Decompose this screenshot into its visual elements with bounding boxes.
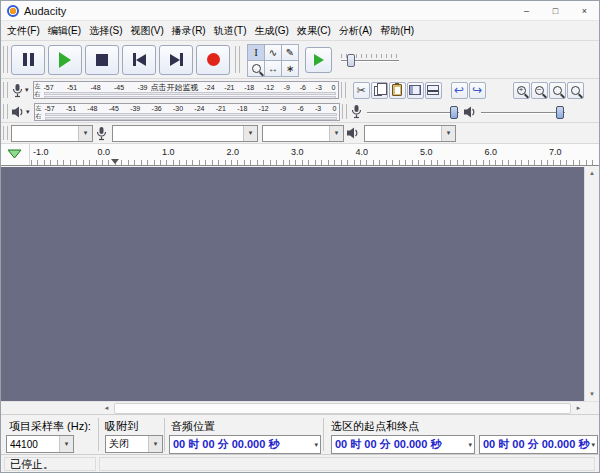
recording-channels-select[interactable]: ▾ [262,125,344,142]
zoom-fit-icon [571,86,580,95]
recording-device-select[interactable]: ▾ [112,125,258,142]
timeline-play-triangle-icon[interactable] [7,149,22,159]
menu-item[interactable]: 帮助(H) [376,21,418,41]
recording-volume-slider[interactable] [367,104,459,120]
toolbar-grip[interactable] [341,82,346,98]
chevron-down-icon[interactable]: ▾ [243,126,257,141]
selection-end-field[interactable]: 00 时 00 分 00.000 秒 ▾ [479,435,598,454]
pause-button[interactable] [11,45,45,75]
recording-volume-thumb[interactable] [450,106,458,119]
playback-meter[interactable]: 左右 -57-51-48-45-39-36-30-24-21-18-12-9-6… [34,103,340,121]
redo-button[interactable]: ↪ [469,82,486,99]
play-meter-dropdown-arrow[interactable]: ▾ [26,108,30,116]
menu-item[interactable]: 编辑(E) [44,21,85,41]
minimize-button[interactable]: – [512,1,541,20]
meter-scale-tick: -39 [130,105,140,112]
vertical-scrollbar[interactable]: ▲ ▼ [584,167,599,401]
audio-host-select[interactable]: ▾ [11,125,93,142]
draw-tool-button[interactable]: ✎ [281,44,299,61]
cut-button[interactable]: ✂ [353,82,370,99]
stop-button[interactable] [85,45,119,75]
selection-start-field[interactable]: 00 时 00 分 00.000 秒 ▾ [331,435,475,454]
skip-to-end-icon [170,53,183,66]
zoom-tool-button[interactable] [247,60,265,77]
toolbar-grip[interactable] [3,104,8,119]
multi-tool-button[interactable]: ∗ [281,60,299,77]
play-speed-slider[interactable] [341,52,399,68]
zoom-fit-button[interactable] [567,82,584,99]
menu-item[interactable]: 选择(S) [85,21,126,41]
zoom-selection-button[interactable] [549,82,566,99]
playhead-pin-icon [111,159,119,164]
meter-channel-label: 左 [36,105,42,111]
paste-button[interactable] [389,82,406,99]
trim-audio-button[interactable] [407,82,424,99]
chevron-down-icon[interactable]: ▾ [590,441,596,449]
chevron-down-icon[interactable]: ▾ [329,126,343,141]
horizontal-scrollbar-thumb[interactable] [114,403,571,414]
timeshift-tool-button[interactable]: ↔ [264,60,282,77]
chevron-down-icon[interactable]: ▾ [148,436,162,452]
silence-audio-button[interactable] [425,82,442,99]
meter-scale-tick: -9 [280,105,286,112]
envelope-tool-button[interactable]: ∿ [264,44,282,61]
redo-icon: ↪ [472,84,482,96]
snap-to-select[interactable]: 关闭 ▾ [105,435,163,453]
track-canvas[interactable] [1,167,586,401]
toolbar-grip[interactable] [235,46,240,73]
slider-track [481,112,565,114]
zoom-tool-icon [252,64,261,73]
skip-to-start-button[interactable] [122,45,156,75]
playback-device-select[interactable]: ▾ [364,125,456,142]
maximize-button[interactable]: □ [541,1,570,20]
playback-volume-thumb[interactable] [556,106,564,119]
chevron-down-icon[interactable]: ▾ [467,441,473,449]
recording-meter[interactable]: 左右 -57-51-48-45-39 点击开始监视 -24-21-18-12-9… [33,81,339,99]
play-speed-slider-thumb[interactable] [347,54,355,67]
menu-item[interactable]: 轨道(T) [210,21,251,41]
envelope-tool-icon: ∿ [269,47,277,58]
project-rate-select[interactable]: 44100 ▾ [6,435,74,453]
toolbar-grip[interactable] [3,46,8,73]
zoom-in-button[interactable]: + [513,82,530,99]
zoom-out-button[interactable]: − [531,82,548,99]
toolbar-grip[interactable] [3,82,8,98]
skip-to-end-button[interactable] [159,45,193,75]
toolbar-grip[interactable] [342,104,347,119]
start-monitoring-hint[interactable]: 点击开始监视 [151,82,199,93]
playback-volume-slider[interactable] [481,104,565,120]
cut-icon: ✂ [356,85,365,96]
meter-scale-tick: -57 [45,105,55,112]
meter-scale-tick: -45 [114,84,124,91]
ruler-tick-label: 7.0 [549,147,599,157]
chevron-down-icon[interactable]: ▾ [59,436,73,452]
record-meter-dropdown-arrow[interactable]: ▾ [25,86,29,94]
scroll-up-button[interactable]: ▲ [586,167,599,180]
project-rate-value: 44100 [7,439,59,450]
meter-scale-tick: -12 [264,84,274,91]
menu-item[interactable]: 播录(R) [168,21,210,41]
meter-scale-tick: -6 [300,84,306,91]
chevron-down-icon[interactable]: ▾ [313,441,319,449]
undo-button[interactable]: ↩ [451,82,468,99]
menu-item[interactable]: 分析(A) [335,21,376,41]
toolbar-grip[interactable] [3,126,8,140]
menu-item[interactable]: 生成(G) [250,21,292,41]
close-button[interactable]: × [570,1,599,20]
timeline-ruler[interactable]: -1.00.01.02.03.04.05.06.07.0 [1,144,599,166]
menu-item[interactable]: 文件(F) [3,21,44,41]
play-at-speed-button[interactable] [305,47,332,73]
microphone-icon [350,104,363,119]
chevron-down-icon[interactable]: ▾ [78,126,92,141]
meter-scale-tick: -3 [316,84,322,91]
play-button[interactable] [48,45,82,75]
record-button[interactable] [196,45,230,75]
copy-button[interactable] [371,82,388,99]
audio-position-field[interactable]: 00 时 00 分 00.000 秒 ▾ [169,435,321,454]
record-meter-scale-right: -24-21-18-12-9-6-30 [205,84,336,91]
menu-item[interactable]: 效果(C) [293,21,335,41]
chevron-down-icon[interactable]: ▾ [441,126,455,141]
scroll-down-button[interactable]: ▼ [586,388,599,401]
menu-item[interactable]: 视图(V) [126,21,167,41]
selection-tool-button[interactable]: I [247,44,265,61]
